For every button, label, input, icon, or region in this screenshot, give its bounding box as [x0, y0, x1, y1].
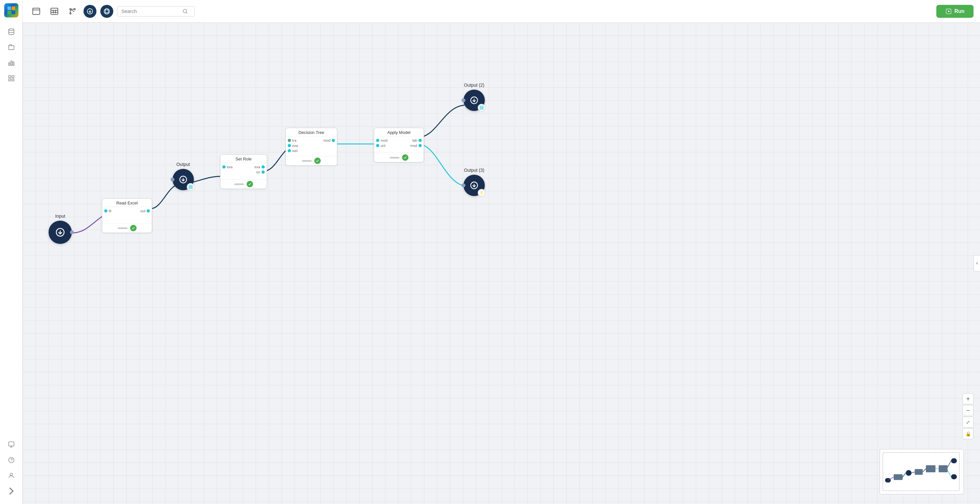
- svg-rect-1: [12, 6, 15, 10]
- sidebar-expand-button[interactable]: [5, 485, 18, 498]
- svg-rect-15: [33, 8, 40, 14]
- output2-node[interactable]: Output (2): [463, 83, 485, 111]
- zoom-out-button[interactable]: −: [963, 405, 974, 416]
- zoom-in-button[interactable]: +: [963, 393, 974, 404]
- svg-line-43: [912, 472, 915, 473]
- svg-rect-0: [8, 6, 11, 10]
- svg-rect-22: [105, 10, 108, 13]
- canvas[interactable]: Input Read Excel fil: [23, 23, 980, 504]
- sidebar-item-grid[interactable]: [5, 72, 18, 85]
- check-icon: [402, 154, 409, 161]
- input-port-right[interactable]: [70, 231, 74, 234]
- dt-port-mod[interactable]: mod: [324, 138, 335, 142]
- branch-button[interactable]: [65, 4, 80, 18]
- svg-point-4: [8, 29, 14, 31]
- port-label-unl: unl: [380, 144, 385, 148]
- sidebar-item-database[interactable]: [5, 25, 18, 38]
- svg-rect-11: [12, 79, 14, 81]
- svg-line-42: [903, 473, 906, 477]
- output1-circle[interactable]: [172, 169, 194, 190]
- set-role-port-exa-right[interactable]: exa: [255, 165, 265, 169]
- check-icon: [314, 157, 321, 164]
- am-port-unl[interactable]: unl: [376, 144, 387, 148]
- dt-port-exa[interactable]: exa: [288, 144, 298, 148]
- sidebar-item-user[interactable]: [5, 469, 18, 482]
- read-excel-node[interactable]: Read Excel fil out: [102, 198, 152, 233]
- svg-rect-16: [51, 8, 58, 14]
- am-port-lab[interactable]: lab: [412, 138, 422, 142]
- app-logo[interactable]: [4, 3, 18, 17]
- port-label-ori: ori: [256, 170, 260, 174]
- port-dot: [332, 139, 335, 142]
- minimap-content: [880, 449, 964, 494]
- decision-tree-node[interactable]: Decision Tree tra exa wei: [285, 128, 337, 165]
- zoom-fit-button[interactable]: ⤢: [963, 417, 974, 428]
- window-button[interactable]: [29, 4, 43, 18]
- port-label-fil: fil: [109, 209, 111, 213]
- port-dot: [288, 149, 291, 153]
- output1-port-left[interactable]: [170, 178, 175, 181]
- footer-bar: [302, 160, 312, 162]
- svg-line-44: [923, 469, 926, 472]
- output3-label: Output (3): [464, 168, 484, 173]
- svg-rect-36: [915, 469, 923, 475]
- port-label-exa: exa: [292, 144, 298, 148]
- svg-line-46: [948, 461, 951, 467]
- search-input[interactable]: [121, 8, 180, 14]
- footer-bar: [390, 157, 399, 159]
- port-dot: [104, 209, 107, 213]
- zoom-lock-button[interactable]: 🔒: [963, 428, 974, 439]
- sidebar-item-help[interactable]: [5, 453, 18, 466]
- run-button[interactable]: Run: [936, 5, 974, 18]
- output3-circle[interactable]: [463, 175, 485, 196]
- output3-node[interactable]: Output (3): [463, 168, 485, 196]
- search-box[interactable]: [117, 6, 195, 16]
- output2-port-left[interactable]: [461, 99, 465, 102]
- minimap: [880, 449, 964, 494]
- panel-toggle-button[interactable]: [974, 255, 980, 272]
- svg-point-18: [74, 8, 75, 10]
- sidebar-item-folder[interactable]: [5, 41, 18, 54]
- port-label-wei: wei: [292, 149, 298, 153]
- svg-rect-37: [926, 465, 935, 472]
- connections-overlay: [23, 23, 980, 504]
- port-label-exa-left: exa: [227, 165, 233, 169]
- svg-point-19: [70, 13, 71, 14]
- run-label: Run: [955, 8, 964, 14]
- footer-bar: [234, 183, 244, 185]
- set-role-port-exa-left[interactable]: exa: [222, 165, 233, 169]
- table-button[interactable]: [47, 4, 62, 18]
- output3-port-left[interactable]: [461, 183, 465, 187]
- svg-rect-40: [951, 474, 957, 479]
- set-role-port-ori[interactable]: ori: [256, 170, 265, 174]
- output2-table-badge: [478, 104, 485, 111]
- input-node[interactable]: Input: [49, 213, 72, 244]
- svg-point-23: [183, 10, 187, 13]
- output2-label: Output (2): [464, 83, 484, 87]
- input-node-circle[interactable]: [49, 221, 72, 244]
- output1-node[interactable]: Output: [172, 162, 194, 190]
- decision-tree-title: Decision Tree: [286, 128, 337, 137]
- port-label-lab: lab: [412, 138, 417, 142]
- sidebar-item-chart[interactable]: [5, 56, 18, 69]
- port-label-mod-left: mod: [380, 138, 387, 142]
- port-dot: [261, 170, 265, 174]
- svg-point-14: [10, 473, 12, 475]
- read-excel-port-fil[interactable]: fil: [104, 209, 111, 213]
- output2-circle[interactable]: [463, 90, 485, 111]
- am-port-mod-right[interactable]: mod: [410, 144, 422, 148]
- sidebar-item-download[interactable]: [5, 438, 18, 451]
- read-excel-port-out[interactable]: out: [140, 209, 150, 213]
- main-area: Run In: [23, 0, 980, 504]
- dt-port-tra[interactable]: tra: [288, 138, 298, 142]
- svg-rect-34: [894, 474, 903, 480]
- set-role-node[interactable]: Set Role exa exa: [220, 154, 267, 189]
- dt-port-wei[interactable]: wei: [288, 149, 298, 153]
- import-button[interactable]: [83, 5, 97, 18]
- am-port-mod-left[interactable]: mod: [376, 138, 387, 142]
- svg-rect-8: [8, 76, 10, 78]
- export-button[interactable]: [100, 5, 113, 18]
- apply-model-node[interactable]: Apply Model mod unl: [374, 128, 424, 162]
- read-excel-title: Read Excel: [102, 199, 152, 207]
- svg-rect-5: [8, 63, 10, 65]
